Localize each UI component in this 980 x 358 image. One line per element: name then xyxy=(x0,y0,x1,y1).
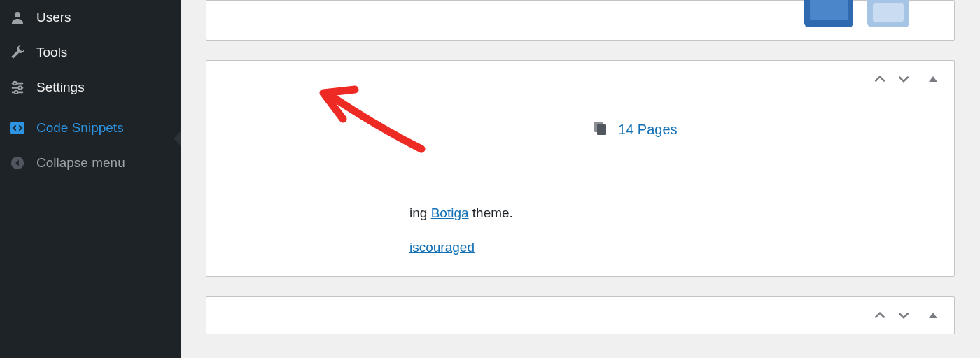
pages-count-link[interactable]: 14 Pages xyxy=(618,122,678,138)
svg-point-0 xyxy=(15,12,20,17)
dashboard-panel-bottom xyxy=(206,296,955,334)
sidebar-item-code-snippets[interactable]: Code Snippets xyxy=(0,110,181,145)
panel-move-down-icon[interactable] xyxy=(897,308,911,325)
main-content: 14 Pages ing Botiga theme. iscouraged xyxy=(181,0,980,358)
panel-toggle-icon[interactable] xyxy=(927,310,939,324)
wrench-icon xyxy=(8,43,27,62)
sidebar-item-label: Users xyxy=(36,10,71,25)
sidebar-item-label: Collapse menu xyxy=(36,155,125,171)
svg-point-4 xyxy=(13,82,17,85)
discouraged-link[interactable]: iscouraged xyxy=(410,240,475,255)
flyout-arrow xyxy=(174,131,181,145)
collapse-icon xyxy=(8,154,27,172)
admin-sidebar: Users Tools Settings Code Snippets Colla… xyxy=(0,0,181,358)
svg-rect-10 xyxy=(810,0,848,20)
sidebar-item-collapse[interactable]: Collapse menu xyxy=(0,145,181,180)
theme-text: ing Botiga theme. xyxy=(410,206,513,220)
sidebar-item-users[interactable]: Users xyxy=(0,0,181,35)
sidebar-item-label: Code Snippets xyxy=(36,120,124,136)
welcome-illustration xyxy=(790,0,930,30)
code-icon xyxy=(8,119,27,137)
dashboard-panel-top xyxy=(206,0,955,41)
pages-stat[interactable]: 14 Pages xyxy=(592,120,933,140)
pages-icon xyxy=(592,120,608,140)
svg-rect-14 xyxy=(597,124,606,135)
sliders-icon xyxy=(8,78,27,96)
user-icon xyxy=(8,8,27,27)
theme-link[interactable]: Botiga xyxy=(431,206,469,220)
panel-move-up-icon[interactable] xyxy=(873,308,887,325)
sidebar-item-settings[interactable]: Settings xyxy=(0,70,181,105)
svg-point-5 xyxy=(18,86,22,90)
sidebar-item-label: Tools xyxy=(36,45,67,60)
panel-move-down-icon[interactable] xyxy=(897,72,911,89)
svg-rect-12 xyxy=(873,3,904,22)
sidebar-item-label: Settings xyxy=(36,80,85,95)
panel-toggle-icon[interactable] xyxy=(927,73,939,87)
svg-point-6 xyxy=(15,91,18,94)
dashboard-panel-status: 14 Pages ing Botiga theme. iscouraged xyxy=(206,60,955,277)
sidebar-item-tools[interactable]: Tools xyxy=(0,35,181,70)
panel-move-up-icon[interactable] xyxy=(873,72,887,89)
